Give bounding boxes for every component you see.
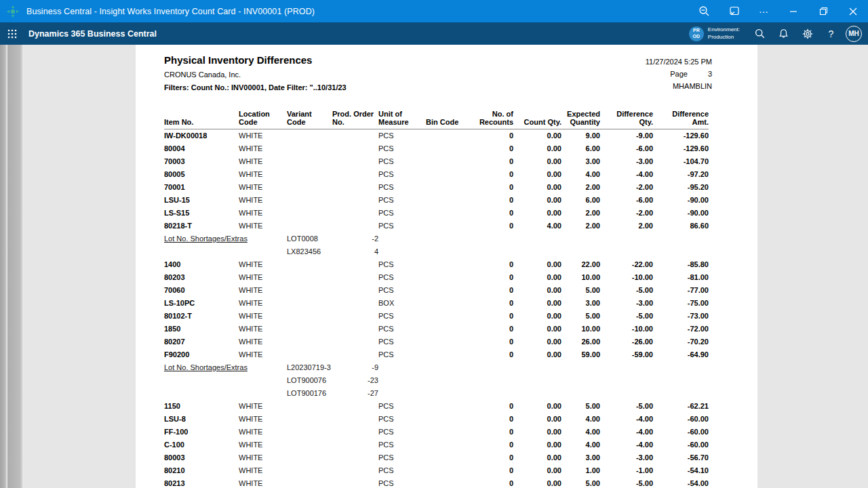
- cell-prod-order-no: [332, 451, 378, 464]
- cell-difference-qty: -4.00: [600, 426, 653, 439]
- cell-bin-code: [426, 155, 468, 168]
- cell-prod-order-no: [332, 323, 378, 336]
- cell-bin-code: [426, 439, 468, 451]
- cell-variant-code: [287, 477, 332, 488]
- cell-count-qty: 0.00: [513, 155, 561, 168]
- environment-badge[interactable]: PROD: [689, 26, 704, 41]
- cell-lot-qty: 4: [332, 245, 378, 258]
- report-title: Physical Inventory Differences: [164, 54, 712, 66]
- cell-difference-amt: -97.20: [653, 168, 709, 181]
- cell-difference-qty: -2.00: [600, 181, 653, 194]
- cell-variant-code: [287, 129, 332, 143]
- cell-prod-order-no: [332, 207, 378, 220]
- app-title[interactable]: Dynamics 365 Business Central: [28, 29, 157, 39]
- cell-prod-order-no: [332, 439, 378, 451]
- cell-count-qty: 0.00: [513, 181, 561, 194]
- table-row: 80005WHITEPCS00.004.00-4.00-97.20: [164, 168, 709, 181]
- cell-difference-qty: -5.00: [600, 477, 653, 488]
- table-row: 1400WHITEPCS00.0022.00-22.00-85.80: [164, 258, 709, 271]
- cell-variant-code: [287, 142, 332, 155]
- cell-difference-amt: -56.70: [653, 451, 709, 464]
- cell-expected-quantity: 4.00: [561, 439, 600, 451]
- zoom-out-icon[interactable]: [689, 0, 719, 22]
- cell-no-of-recounts: 0: [468, 477, 513, 488]
- cell-variant-code: [287, 323, 332, 336]
- search-icon[interactable]: [748, 22, 772, 45]
- viewer-left-edge: [0, 45, 7, 488]
- restore-window-icon[interactable]: [808, 0, 838, 22]
- cell-lot-no: LOT900176: [287, 387, 332, 400]
- cell-empty: [378, 361, 709, 374]
- cell-difference-qty: -3.00: [600, 297, 653, 310]
- cell-count-qty: 0.00: [513, 426, 561, 439]
- table-row: 70060WHITEPCS00.005.00-5.00-77.00: [164, 284, 709, 297]
- cell-location-code: WHITE: [239, 155, 287, 168]
- cell-variant-code: [287, 258, 332, 271]
- cell-location-code: WHITE: [239, 477, 287, 488]
- cell-lot-section-label: [164, 387, 287, 400]
- cell-no-of-recounts: 0: [468, 220, 513, 232]
- cell-count-qty: 0.00: [513, 168, 561, 181]
- table-row: C-100WHITEPCS00.004.00-4.00-60.00: [164, 439, 709, 451]
- cell-difference-amt: -129.60: [653, 129, 709, 143]
- notifications-bell-icon[interactable]: [772, 22, 795, 45]
- cell-item-no: IW-DK00018: [164, 129, 239, 143]
- cell-difference-qty: -22.00: [600, 258, 653, 271]
- cell-no-of-recounts: 0: [468, 426, 513, 439]
- cell-difference-amt: -62.21: [653, 400, 709, 413]
- cell-location-code: WHITE: [239, 284, 287, 297]
- window-titlebar: Business Central - Insight Works Invento…: [0, 0, 868, 22]
- cell-location-code: WHITE: [239, 297, 287, 310]
- cell-difference-qty: -4.00: [600, 439, 653, 451]
- cell-variant-code: [287, 220, 332, 232]
- cell-count-qty: 0.00: [513, 297, 561, 310]
- cell-prod-order-no: [332, 284, 378, 297]
- cell-difference-qty: -5.00: [600, 400, 653, 413]
- cell-prod-order-no: [332, 142, 378, 155]
- report-username: MHAMBLIN: [646, 80, 712, 92]
- cell-variant-code: [287, 181, 332, 194]
- cell-difference-amt: -60.00: [653, 426, 709, 439]
- settings-gear-icon[interactable]: [795, 22, 819, 45]
- cell-no-of-recounts: 0: [468, 413, 513, 426]
- open-in-browser-icon[interactable]: [719, 0, 749, 22]
- close-icon[interactable]: [838, 0, 868, 22]
- cell-unit-of-measure: PCS: [378, 310, 426, 323]
- cell-difference-amt: -75.00: [653, 297, 709, 310]
- cell-unit-of-measure: PCS: [378, 477, 426, 488]
- column-header-9: DifferenceQty.: [600, 110, 653, 129]
- cell-unit-of-measure: PCS: [378, 323, 426, 336]
- table-row: 1150WHITEPCS00.005.00-5.00-62.21: [164, 400, 709, 413]
- cell-no-of-recounts: 0: [468, 168, 513, 181]
- cell-location-code: WHITE: [239, 336, 287, 348]
- cell-unit-of-measure: PCS: [378, 194, 426, 207]
- cell-unit-of-measure: PCS: [378, 284, 426, 297]
- cell-expected-quantity: 3.00: [561, 451, 600, 464]
- lot-row: LOT900076-23: [164, 374, 709, 387]
- cell-difference-amt: -129.60: [653, 142, 709, 155]
- cell-location-code: WHITE: [239, 220, 287, 232]
- table-row: 80203WHITEPCS00.0010.00-10.00-81.00: [164, 271, 709, 284]
- cell-no-of-recounts: 0: [468, 155, 513, 168]
- more-icon[interactable]: ···: [749, 0, 778, 22]
- app-launcher-icon[interactable]: [0, 22, 24, 45]
- table-row: 80218-TWHITEPCS04.002.002.0086.60: [164, 220, 709, 232]
- cell-location-code: WHITE: [239, 323, 287, 336]
- minimize-icon[interactable]: [778, 0, 808, 22]
- help-icon[interactable]: ?: [819, 22, 843, 45]
- cell-item-no: 70003: [164, 155, 239, 168]
- cell-item-no: LSU-8: [164, 413, 239, 426]
- cell-count-qty: 0.00: [513, 464, 561, 477]
- cell-item-no: 80102-T: [164, 310, 239, 323]
- cell-lot-no: LX823456: [287, 245, 332, 258]
- cell-unit-of-measure: PCS: [378, 155, 426, 168]
- cell-no-of-recounts: 0: [468, 142, 513, 155]
- table-row: LS-S15WHITEPCS00.002.00-2.00-90.00: [164, 207, 709, 220]
- cell-unit-of-measure: PCS: [378, 258, 426, 271]
- cell-difference-qty: -3.00: [600, 451, 653, 464]
- cell-item-no: F90200: [164, 348, 239, 361]
- cell-expected-quantity: 22.00: [561, 258, 600, 271]
- column-header-4: Unit ofMeasure: [378, 110, 426, 129]
- window-controls: ···: [689, 0, 868, 22]
- user-avatar[interactable]: MH: [846, 26, 862, 42]
